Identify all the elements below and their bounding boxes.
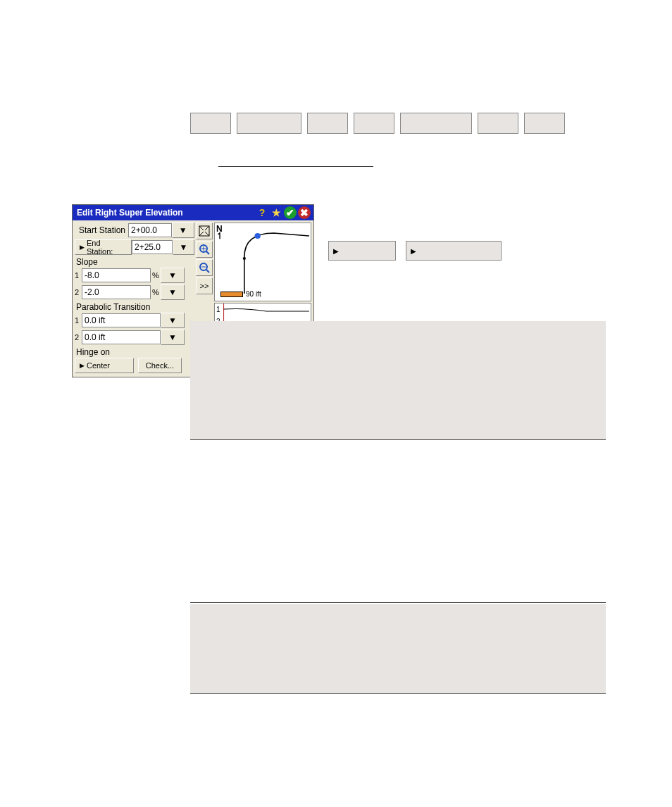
external-buttons: ▶ ▶ [328, 241, 502, 261]
slope-section-label: Slope [75, 256, 194, 268]
north-arrow-icon: N↿ [216, 225, 223, 242]
play-icon: ▶ [80, 362, 85, 369]
chevron-down-icon[interactable]: ▼ [161, 330, 185, 345]
zoom-extents-icon[interactable] [196, 223, 213, 239]
favorite-icon[interactable]: ★ [270, 206, 282, 219]
chevron-down-icon[interactable]: ▼ [172, 223, 194, 238]
svg-line-1 [199, 226, 204, 230]
ghost-box [524, 113, 565, 134]
ghost-box [400, 113, 472, 134]
percent-label: % [151, 271, 161, 280]
play-icon: ▶ [333, 247, 339, 255]
end-station-button[interactable]: ▶ End Station: [75, 239, 132, 255]
row-index-1: 1 [75, 316, 82, 325]
external-button-1[interactable]: ▶ [328, 241, 396, 261]
slope-1-input[interactable]: -8.0 [82, 268, 151, 282]
gray-panel-1 [190, 321, 606, 440]
ghost-box [237, 113, 301, 134]
parabolic-1-input[interactable]: 0.0 ift [82, 313, 161, 327]
dialog-title: Edit Right Super Elevation [77, 208, 183, 218]
horizontal-rule [190, 602, 606, 603]
ghost-box [354, 113, 394, 134]
svg-line-10 [206, 270, 209, 273]
svg-point-12 [254, 233, 260, 239]
ghost-box [478, 113, 518, 134]
dialog-left-column: Start Station 2+00.0 ▼ ▶ End Station: 2+… [75, 223, 194, 375]
top-box-row [190, 113, 571, 134]
play-icon: ▶ [411, 247, 416, 255]
plan-view[interactable]: N↿ 90 ift [214, 223, 311, 301]
ok-icon[interactable]: ✔ [284, 206, 297, 219]
play-icon: ▶ [80, 244, 85, 251]
svg-line-2 [205, 226, 209, 230]
start-station-label: Start Station [75, 225, 128, 235]
hinge-section-label: Hinge on [75, 346, 194, 358]
row-index-2: 2 [75, 333, 82, 342]
start-station-input[interactable]: 2+00.0 [128, 223, 172, 237]
help-icon[interactable]: ? [256, 206, 268, 219]
chevron-down-icon[interactable]: ▼ [161, 284, 185, 300]
underline-rule [218, 166, 373, 167]
row-index-1: 1 [75, 271, 82, 280]
profile-row-1: 1 [216, 306, 220, 313]
check-button[interactable]: Check... [138, 358, 182, 373]
end-station-input[interactable]: 2+25.0 [132, 240, 173, 254]
ghost-box [307, 113, 348, 134]
svg-line-6 [206, 251, 209, 254]
svg-point-13 [243, 257, 246, 260]
svg-line-3 [199, 232, 204, 236]
row-index-2: 2 [75, 288, 82, 296]
chevron-down-icon[interactable]: ▼ [161, 268, 185, 283]
chevron-down-icon[interactable]: ▼ [173, 239, 194, 255]
scale-bar: 90 ift [220, 290, 261, 298]
expand-button[interactable]: >> [196, 277, 213, 294]
dialog-titlebar: Edit Right Super Elevation ? ★ ✔ ✖ [73, 205, 313, 220]
chevron-down-icon[interactable]: ▼ [161, 313, 185, 328]
close-icon[interactable]: ✖ [298, 206, 311, 219]
zoom-out-icon[interactable] [196, 259, 213, 276]
slope-2-input[interactable]: -2.0 [82, 285, 151, 299]
parabolic-2-input[interactable]: 0.0 ift [82, 330, 161, 344]
parabolic-section-label: Parabolic Transition [75, 301, 194, 313]
external-button-2[interactable]: ▶ [406, 241, 502, 261]
ghost-box [190, 113, 231, 134]
zoom-in-icon[interactable] [196, 241, 213, 258]
percent-label: % [151, 288, 161, 296]
svg-line-4 [205, 232, 209, 236]
hinge-center-button[interactable]: ▶ Center [75, 358, 134, 373]
scale-label: 90 ift [246, 290, 261, 298]
gray-panel-2 [190, 604, 606, 694]
